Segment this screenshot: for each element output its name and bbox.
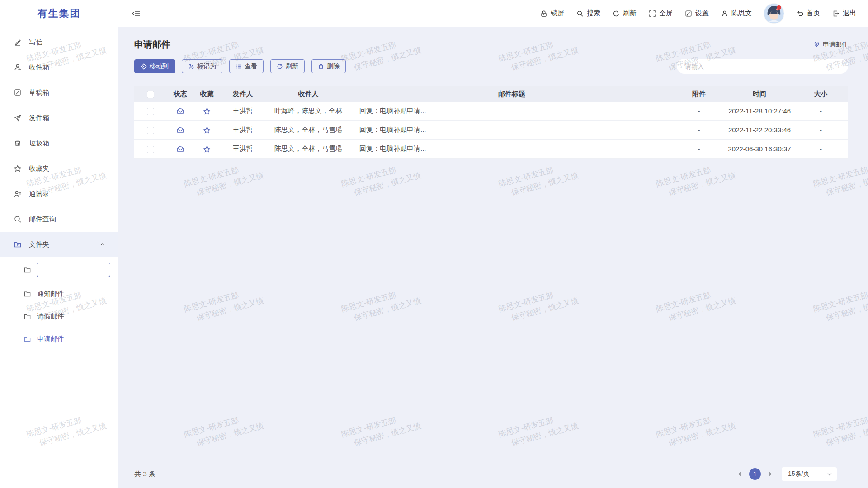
sidebar-item-folders[interactable]: 文件夹 — [0, 232, 118, 257]
recipients-cell: 叶海峰，陈思文，全林 — [265, 107, 351, 115]
mark-as-button[interactable]: 标记为 — [182, 59, 222, 73]
table-header-row: 状态 收藏 发件人 收件人 邮件标题 附件 时间 大小 — [134, 86, 848, 102]
sidebar-item-label: 文件夹 — [29, 240, 49, 249]
col-size: 大小 — [793, 90, 848, 99]
folder-item-apply[interactable]: 申请邮件 — [0, 328, 118, 350]
sidebar-item-label: 草稿箱 — [29, 89, 49, 97]
favorite-star-icon[interactable] — [203, 127, 211, 134]
lock-screen-button[interactable]: 锁屏 — [540, 9, 564, 18]
refresh-list-button[interactable]: 刷新 — [270, 59, 305, 73]
topbar-actions: 锁屏 搜索 刷新 全屏 设置 陈思文 — [540, 4, 856, 23]
table-row[interactable]: 王洪哲 叶海峰，陈思文，全林 回复：电脑补贴申请... - 2022-11-28… — [134, 102, 848, 121]
logout-button[interactable]: 退出 — [832, 9, 856, 18]
folder-icon — [24, 335, 31, 343]
attachment-cell: - — [672, 145, 726, 153]
row-checkbox[interactable] — [147, 108, 154, 115]
attachment-cell: - — [672, 107, 726, 115]
folder-item-notice[interactable]: 通知邮件 — [0, 282, 118, 305]
sidebar-item-drafts[interactable]: 草稿箱 — [0, 80, 118, 105]
collapse-sidebar-button[interactable] — [132, 9, 141, 18]
page-title: 申请邮件 — [134, 38, 170, 51]
sidebar-item-label: 垃圾箱 — [29, 139, 49, 148]
subject-cell[interactable]: 回复：电脑补贴申请... — [351, 126, 672, 134]
refresh-icon — [277, 63, 283, 70]
favorite-star-icon[interactable] — [203, 145, 211, 153]
col-status: 状态 — [167, 90, 193, 99]
search-input[interactable] — [677, 59, 848, 74]
size-cell: - — [793, 126, 848, 134]
next-page-button[interactable] — [767, 471, 773, 477]
select-all-checkbox[interactable] — [147, 91, 154, 98]
page-size-select[interactable]: 15条/页 — [782, 467, 837, 481]
current-user-label: 陈思文 — [731, 9, 752, 18]
page-number-button[interactable]: 1 — [749, 468, 761, 480]
favorite-star-icon[interactable] — [203, 108, 211, 115]
folder-icon — [24, 313, 31, 320]
sender-cell: 王洪哲 — [220, 145, 265, 153]
new-folder-row — [0, 257, 118, 282]
trash-icon — [14, 139, 22, 147]
refresh-label: 刷新 — [623, 9, 637, 18]
col-attachment: 附件 — [672, 90, 726, 99]
folder-icon — [24, 266, 31, 274]
col-favorite: 收藏 — [193, 90, 220, 99]
sidebar-item-contacts[interactable]: 通讯录 — [0, 181, 118, 206]
row-checkbox[interactable] — [147, 127, 154, 134]
list-icon — [236, 63, 242, 70]
main-content: 申请邮件 申请邮件 移动到 标记为 查看 刷新 删除 — [118, 27, 868, 488]
recipients-cell: 陈思文，全林，马雪瑶 — [265, 126, 351, 134]
sender-cell: 王洪哲 — [220, 107, 265, 115]
logout-icon — [832, 10, 840, 17]
attachment-cell: - — [672, 126, 726, 134]
settings-icon — [685, 10, 692, 17]
sidebar-item-compose[interactable]: 写信 — [0, 29, 118, 55]
total-count: 共 3 条 — [134, 470, 156, 479]
chevron-up-icon[interactable] — [100, 242, 105, 247]
delete-button[interactable]: 删除 — [311, 59, 346, 73]
mark-as-label: 标记为 — [197, 62, 216, 70]
sidebar-item-sent[interactable]: 发件箱 — [0, 105, 118, 131]
table-row[interactable]: 王洪哲 陈思文，全林，马雪瑶 回复：电脑补贴申请... - 2022-06-30… — [134, 140, 848, 159]
folder-item-leave[interactable]: 请假邮件 — [0, 305, 118, 328]
row-checkbox[interactable] — [147, 146, 154, 153]
view-button[interactable]: 查看 — [229, 59, 264, 73]
table-row[interactable]: 王洪哲 陈思文，全林，马雪瑶 回复：电脑补贴申请... - 2022-11-22… — [134, 121, 848, 140]
home-label: 首页 — [807, 9, 820, 18]
sidebar-item-mail-search[interactable]: 邮件查询 — [0, 206, 118, 232]
sidebar-menu: 写信 收件箱 草稿箱 发件箱 垃圾箱 收藏夹 通讯录 邮件查询 — [0, 27, 118, 350]
folder-plus-icon — [14, 240, 22, 249]
prev-page-button[interactable] — [737, 471, 743, 477]
home-back-icon — [796, 10, 803, 17]
chevron-left-icon — [737, 471, 743, 477]
folder-item-label: 请假邮件 — [37, 312, 64, 321]
global-search-button[interactable]: 搜索 — [576, 9, 600, 18]
sidebar-item-trash[interactable]: 垃圾箱 — [0, 131, 118, 156]
new-folder-input[interactable] — [37, 263, 110, 277]
current-user-button[interactable]: 陈思文 — [721, 9, 752, 18]
draft-icon — [14, 89, 22, 97]
folder-item-label: 通知邮件 — [37, 290, 64, 298]
sidebar-item-favorites[interactable]: 收藏夹 — [0, 156, 118, 181]
folder-icon — [24, 290, 31, 298]
collapse-menu-icon — [132, 9, 141, 18]
col-time: 时间 — [726, 90, 793, 99]
refresh-page-button[interactable]: 刷新 — [613, 9, 637, 18]
refresh-icon — [613, 10, 620, 17]
folder-item-label: 申请邮件 — [37, 335, 64, 343]
time-cell: 2022-06-30 16:30:37 — [726, 145, 793, 153]
move-to-label: 移动到 — [150, 62, 169, 70]
home-button[interactable]: 首页 — [796, 9, 820, 18]
breadcrumb-label: 申请邮件 — [823, 41, 848, 49]
fullscreen-button[interactable]: 全屏 — [649, 9, 673, 18]
subject-cell[interactable]: 回复：电脑补贴申请... — [351, 107, 672, 115]
subject-cell[interactable]: 回复：电脑补贴申请... — [351, 145, 672, 153]
settings-button[interactable]: 设置 — [685, 9, 709, 18]
move-to-button[interactable]: 移动到 — [134, 59, 175, 73]
sidebar-item-inbox[interactable]: 收件箱 — [0, 55, 118, 80]
avatar[interactable] — [764, 4, 784, 23]
col-subject: 邮件标题 — [351, 90, 672, 99]
delete-label: 删除 — [327, 62, 340, 70]
trash-icon — [318, 63, 324, 70]
sidebar-item-label: 邮件查询 — [29, 215, 56, 224]
search-icon — [576, 10, 584, 17]
